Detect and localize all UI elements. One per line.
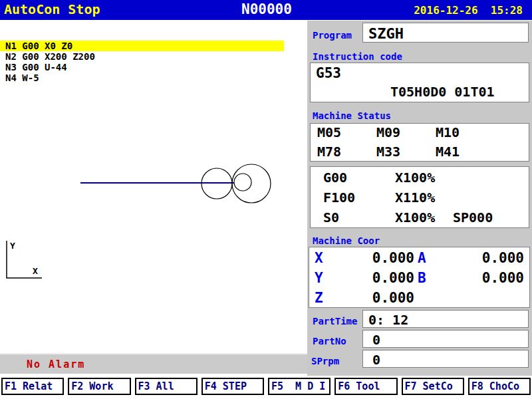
axis-label-y: Y — [10, 241, 15, 251]
function-key-row: F1 Relat F2 Work F3 All F4 STEP F5 M D I… — [0, 378, 532, 396]
axis-value-a: 0.000 — [444, 250, 524, 266]
axis-value-z: 0.000 — [334, 290, 414, 306]
feed-override: X110% — [395, 190, 435, 205]
part-time-value: 0: 12 — [368, 312, 408, 328]
program-label: Program — [313, 30, 352, 41]
spindle-value: S0 — [323, 209, 339, 225]
axis-name-b: B — [418, 270, 426, 286]
part-time-label: PartTime — [313, 316, 357, 327]
part-no-box: 0 — [362, 330, 529, 348]
rapid-override: X100% — [395, 170, 435, 186]
program-line: N3 G00 U-44 — [0, 62, 284, 72]
fkey-f3-all[interactable]: F3 All — [135, 378, 198, 395]
axis-name-z: Z — [315, 290, 323, 306]
fkey-f8-choco[interactable]: F8 ChoCo — [468, 378, 531, 395]
part-no-label: PartNo — [313, 336, 346, 346]
axis-name-x: X — [315, 250, 323, 266]
m-code: M41 — [436, 144, 460, 160]
axis-label-x: X — [33, 266, 38, 276]
part-no-value: 0 — [372, 332, 380, 348]
axis-value-y: 0.000 — [334, 270, 414, 286]
instruction-code-box: G53 T05H0D0 01T01 — [310, 63, 529, 102]
program-listing: N1 G00 X0 Z0 N2 G00 X200 Z200 N3 G00 U-4… — [0, 41, 307, 83]
program-name-box: SZGH — [362, 23, 529, 43]
m-code: M33 — [376, 144, 400, 160]
m-code: M09 — [376, 124, 400, 140]
sp-rpm-box: 0 — [362, 350, 529, 368]
toolpath-circle-small — [234, 174, 251, 191]
title-bar: AutoCon Stop N00000 2016-12-26 15:28 — [0, 0, 532, 20]
axis-value-x: 0.000 — [334, 250, 414, 266]
spindle-override: X100% — [395, 209, 435, 225]
part-time-box: 0: 12 — [362, 310, 529, 328]
axis-value-b: 0.000 — [444, 270, 524, 286]
program-line-current: N1 G00 X0 Z0 — [0, 41, 284, 51]
sp-rpm-value: 0 — [372, 352, 380, 368]
program-name-value: SZGH — [368, 25, 404, 42]
toolpath-circle-right — [232, 164, 271, 203]
toolpath-circle-left — [201, 168, 232, 199]
machine-status-box: M05 M09 M10 M78 M33 M41 — [310, 123, 529, 162]
m-code: M78 — [317, 144, 341, 160]
alarm-bar: No Alarm — [0, 353, 309, 374]
program-line: N4 W-5 — [0, 72, 284, 83]
m-code: M05 — [317, 124, 341, 140]
block-number: N00000 — [241, 1, 292, 17]
instruction-gcode: G53 — [316, 65, 341, 81]
status-panel: Program SZGH Instruction code G53 T05H0D… — [307, 21, 532, 376]
machine-coor-label: Machine Coor — [313, 235, 380, 246]
g-code-value: G00 — [323, 170, 347, 186]
sp-rpm-label: SPrpm — [311, 356, 339, 366]
axis-indicator-icon — [7, 241, 42, 278]
feed-speed-box: G00 X100% F100 X110% S0 X100% SP000 — [310, 166, 529, 228]
fkey-f2-work[interactable]: F2 Work — [68, 378, 130, 395]
mode-status-text: AutoCon Stop — [4, 1, 100, 17]
axis-name-a: A — [418, 250, 426, 266]
spindle-speed-code: SP000 — [453, 209, 493, 225]
feedrate-value: F100 — [323, 190, 355, 205]
fkey-f1-relat[interactable]: F1 Relat — [1, 378, 64, 395]
instruction-tool-code: T05H0D0 01T01 — [390, 84, 495, 100]
datetime-text: 2016-12-26 15:28 — [414, 4, 523, 17]
machine-status-label: Machine Status — [313, 110, 391, 121]
fkey-f5-mdi[interactable]: F5 M D I — [268, 378, 331, 395]
fkey-f7-setco[interactable]: F7 SetCo — [402, 378, 464, 395]
axis-name-y: Y — [315, 270, 323, 286]
program-line: N2 G00 X200 Z200 — [0, 51, 284, 62]
alarm-message: No Alarm — [27, 358, 85, 370]
fkey-f4-step[interactable]: F4 STEP — [201, 378, 264, 395]
fkey-f6-tool[interactable]: F6 Tool — [334, 378, 397, 395]
machine-coor-box: X 0.000 A 0.000 Y 0.000 B 0.000 Z 0.000 — [309, 247, 530, 308]
instruction-code-label: Instruction code — [313, 51, 402, 62]
m-code: M10 — [436, 124, 460, 140]
cnc-screen: Y X AutoCon Stop N00000 2016-12-26 15:28… — [0, 0, 532, 399]
